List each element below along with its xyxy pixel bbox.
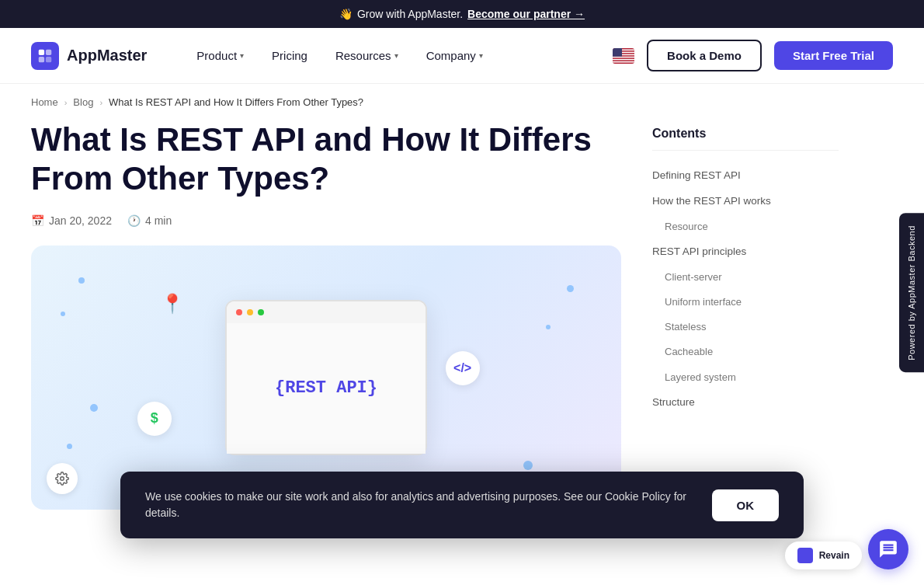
chevron-down-icon: ▾ (240, 51, 244, 60)
language-flag[interactable] (613, 48, 634, 64)
navbar: AppMaster Product ▾ Pricing Resources ▾ … (0, 28, 924, 84)
nav-item-company[interactable]: Company ▾ (414, 43, 495, 68)
hero-image: 📍 $ {REST API} </> (31, 245, 621, 510)
nav-item-resources[interactable]: Resources ▾ (323, 43, 411, 68)
breadcrumb-home[interactable]: Home (31, 96, 58, 108)
toc-item-resource[interactable]: Resource (652, 214, 839, 239)
article-title: What Is REST API and How It Differs From… (31, 120, 621, 199)
dollar-icon: $ (137, 402, 172, 436)
toc-container: Contents Defining REST API How the REST … (652, 127, 839, 416)
cookie-ok-button[interactable]: OK (712, 489, 780, 521)
breadcrumb-current: What Is REST API and How It Differs From… (109, 96, 363, 108)
toc-item-layered-system[interactable]: Layered system (652, 365, 839, 390)
top-banner: 👋 Grow with AppMaster. Become our partne… (0, 0, 924, 28)
svg-rect-0 (39, 49, 44, 54)
dot-yellow (247, 309, 253, 315)
settings-icon[interactable] (47, 463, 78, 494)
svg-rect-1 (46, 49, 51, 54)
toc-title: Contents (652, 127, 839, 151)
scatter-dot-7 (523, 461, 533, 470)
scatter-dot-4 (67, 444, 72, 449)
nav-items: Product ▾ Pricing Resources ▾ Company ▾ (184, 43, 588, 68)
svg-rect-9 (613, 58, 634, 60)
revain-badge[interactable]: Revain (785, 541, 862, 569)
scatter-dot-3 (90, 404, 98, 412)
code-icon: </> (446, 351, 480, 385)
monitor-body: {REST API} (227, 323, 426, 454)
nav-product-label: Product (196, 49, 237, 62)
toc-item-uniform-interface[interactable]: Uniform interface (652, 290, 839, 315)
breadcrumb: Home › Blog › What Is REST API and How I… (0, 84, 924, 120)
floating-panel-text: Powered by AppMaster Backend (907, 225, 916, 360)
svg-rect-3 (46, 56, 51, 61)
svg-rect-11 (613, 48, 622, 57)
scatter-dot-2 (61, 312, 65, 316)
nav-pricing-label: Pricing (272, 49, 307, 62)
revain-icon (797, 548, 813, 563)
cookie-text: We use cookies to make our site work and… (145, 489, 693, 521)
breadcrumb-blog[interactable]: Blog (73, 96, 93, 108)
article-date: 📅 Jan 20, 2022 (31, 214, 112, 227)
logo-text: AppMaster (67, 47, 147, 64)
logo[interactable]: AppMaster (31, 42, 147, 70)
nav-right: Book a Demo Start Free Trial (613, 40, 893, 71)
toc-item-structure[interactable]: Structure (652, 390, 839, 416)
toc-item-cacheable[interactable]: Cacheable (652, 340, 839, 364)
breadcrumb-sep-1: › (64, 98, 68, 107)
monitor-graphic: {REST API} (225, 300, 427, 455)
cookie-banner: We use cookies to make our site work and… (120, 472, 804, 538)
dot-red (236, 309, 242, 315)
banner-text: Grow with AppMaster. (357, 8, 463, 20)
scatter-dot-5 (567, 285, 574, 292)
article-read-time-text: 4 min (145, 214, 172, 227)
toc-item-rest-api-principles[interactable]: REST API principles (652, 239, 839, 265)
banner-emoji: 👋 (339, 8, 353, 20)
toc-item-defining-rest-api[interactable]: Defining REST API (652, 163, 839, 189)
svg-rect-2 (39, 56, 44, 61)
toc-sidebar: Contents Defining REST API How the REST … (652, 120, 839, 510)
start-free-trial-button[interactable]: Start Free Trial (774, 41, 893, 70)
chevron-down-icon-2: ▾ (394, 51, 398, 60)
revain-label: Revain (819, 550, 849, 561)
chevron-down-icon-3: ▾ (479, 51, 483, 60)
nav-company-label: Company (426, 49, 476, 62)
toc-item-client-server[interactable]: Client-server (652, 265, 839, 290)
article-date-text: Jan 20, 2022 (49, 214, 112, 227)
article-meta: 📅 Jan 20, 2022 🕐 4 min (31, 214, 621, 227)
floating-panel[interactable]: Powered by AppMaster Backend (899, 213, 924, 373)
logo-icon (31, 42, 59, 70)
toc-item-stateless[interactable]: Stateless (652, 315, 839, 340)
article-area: What Is REST API and How It Differs From… (31, 120, 621, 510)
clock-icon: 🕐 (127, 214, 141, 227)
banner-link[interactable]: Become our partner → (467, 8, 585, 20)
calendar-icon: 📅 (31, 214, 44, 227)
scatter-dot-6 (546, 325, 551, 329)
monitor-titlebar (227, 301, 426, 323)
nav-resources-label: Resources (335, 49, 391, 62)
svg-rect-10 (613, 61, 634, 62)
chat-bubble-button[interactable] (868, 529, 908, 569)
scatter-dot-1 (78, 277, 85, 284)
nav-item-product[interactable]: Product ▾ (184, 43, 256, 68)
book-demo-button[interactable]: Book a Demo (647, 40, 762, 71)
svg-rect-8 (613, 56, 634, 57)
nav-item-pricing[interactable]: Pricing (259, 43, 320, 68)
svg-point-12 (61, 477, 64, 481)
dot-green (258, 309, 264, 315)
article-read-time: 🕐 4 min (127, 214, 172, 227)
location-pin-icon: 📍 (161, 293, 184, 315)
breadcrumb-sep-2: › (99, 98, 102, 107)
toc-item-how-rest-api-works[interactable]: How the REST API works (652, 189, 839, 214)
